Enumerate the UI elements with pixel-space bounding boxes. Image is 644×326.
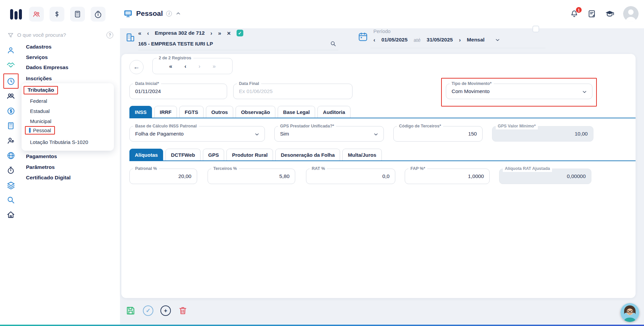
company-next-button[interactable]: ›: [210, 30, 212, 36]
subtab-multa-juros[interactable]: Multa/Juros: [342, 149, 381, 160]
rail-calculations-button[interactable]: [5, 120, 17, 131]
chevron-up-icon[interactable]: [175, 10, 181, 17]
tab-inss[interactable]: INSS: [129, 106, 152, 118]
sidebar-item-inscricoes[interactable]: Inscrições: [26, 75, 52, 83]
period-start-date[interactable]: 01/05/2025: [381, 37, 408, 43]
rail-inscricoes-button[interactable]: [5, 76, 17, 87]
tab-observacao[interactable]: Observação: [236, 106, 275, 118]
subtab-dctfweb[interactable]: DCTFWeb: [165, 149, 200, 160]
search-icon[interactable]: [330, 40, 336, 47]
stopwatch-icon: [6, 166, 15, 175]
rail-home-button[interactable]: [5, 209, 17, 220]
info-icon[interactable]: i: [166, 11, 172, 17]
gps-prestador-select[interactable]: GPS Prestador Unificada?* Sim: [274, 126, 384, 142]
company-last-button[interactable]: »: [218, 30, 221, 36]
logo-bars-icon: [9, 7, 24, 22]
submenu-item-estadual[interactable]: Estadual: [30, 107, 50, 115]
subtab-desoneracao-folha[interactable]: Desoneração da Folha: [275, 149, 340, 160]
pessoal-form-card: ← 2 de 2 Registros « ‹ › » Data Inicial*…: [121, 54, 636, 298]
help-icon[interactable]: ?: [106, 32, 113, 38]
add-record-button[interactable]: +: [160, 305, 171, 316]
terceiros-label: Terceiros %: [211, 166, 239, 172]
taxes-module-button[interactable]: [91, 7, 105, 22]
sidebar-item-dados-empresas[interactable]: Dados Empresas: [26, 63, 68, 71]
finance-module-button[interactable]: [50, 7, 64, 22]
company-name-field[interactable]: 165 - EMPRESA TESTE IURI LP: [138, 39, 338, 50]
period-end-date[interactable]: 31/05/2025: [427, 37, 453, 43]
sidebar-item-parametros[interactable]: Parâmetros: [26, 163, 55, 171]
sidebar-item-certificado-digital[interactable]: Certificado Digital: [26, 174, 71, 182]
rail-people-group-button[interactable]: [5, 90, 17, 102]
notifications-button[interactable]: 1: [570, 9, 579, 18]
confirm-button[interactable]: ✓: [143, 305, 153, 316]
check-circle-icon: ✓: [143, 305, 153, 316]
sidebar-search: ?: [7, 32, 113, 38]
rail-layers-button[interactable]: [5, 179, 17, 191]
subtab-aliquotas[interactable]: Alíquotas: [129, 149, 163, 160]
assistant-avatar[interactable]: [620, 303, 639, 322]
search-input[interactable]: [17, 32, 103, 38]
rail-contacts-button[interactable]: [5, 45, 17, 56]
records-first-button[interactable]: «: [169, 63, 172, 69]
sidebar-item-pagamentos[interactable]: Pagamentos: [26, 152, 57, 160]
magnifier-icon: [6, 196, 15, 204]
topbar: Pessoal i 1: [0, 0, 644, 28]
subtab-gps[interactable]: GPS: [203, 149, 224, 160]
trash-icon: [178, 306, 188, 316]
tab-irrf[interactable]: IRRF: [154, 106, 177, 118]
rail-web-button[interactable]: [5, 150, 17, 161]
tab-auditoria[interactable]: Auditoria: [317, 106, 350, 118]
period-checkbox-unchecked[interactable]: [532, 26, 539, 32]
company-clear-button[interactable]: ×: [227, 30, 231, 36]
layers-icon: [6, 181, 16, 190]
base-calculo-select[interactable]: Base de Cálculo INSS Patronal Folha de P…: [129, 126, 265, 142]
rail-payments-button[interactable]: [5, 105, 17, 117]
data-final-label: Data Final: [237, 81, 261, 87]
academy-button[interactable]: [605, 9, 614, 19]
period-next-button[interactable]: ›: [459, 37, 461, 43]
globe-icon: [6, 151, 16, 160]
rail-services-button[interactable]: [5, 59, 17, 71]
submenu-item-federal[interactable]: Federal: [30, 97, 47, 105]
delete-button[interactable]: [178, 306, 188, 316]
base-calculo-label: Base de Cálculo INSS Patronal: [133, 123, 199, 129]
default-avatar-icon: [623, 6, 639, 22]
handshake-icon: [6, 61, 15, 69]
submenu-item-lotacao-tributaria[interactable]: Lotação Tributária S-1020: [30, 138, 88, 146]
tab-fgts[interactable]: FGTS: [179, 106, 204, 118]
calculator-module-button[interactable]: [70, 7, 85, 22]
company-first-button[interactable]: «: [138, 30, 141, 36]
sidebar-item-cadastros[interactable]: Cadastros: [26, 43, 52, 51]
feedback-button[interactable]: [587, 9, 596, 18]
topbar-right: 1: [570, 6, 639, 22]
save-floppy-icon: [125, 305, 136, 316]
records-prev-button[interactable]: ‹: [184, 63, 186, 69]
company-nav-label: Empresa 302 de 712: [155, 30, 205, 36]
back-button[interactable]: ←: [129, 60, 144, 74]
form-pencil-icon: [587, 9, 596, 18]
user-avatar[interactable]: [623, 6, 639, 22]
subtab-produtor-rural[interactable]: Produtor Rural: [226, 149, 273, 160]
rail-timer-button[interactable]: [5, 165, 17, 176]
codigo-terceiros-label: Código de Terceiros*: [397, 123, 443, 129]
save-button[interactable]: [125, 305, 136, 316]
tab-base-legal[interactable]: Base Legal: [278, 106, 315, 118]
records-navigator: 2 de 2 Registros « ‹ › »: [152, 58, 233, 74]
period-prev-button[interactable]: ‹: [373, 37, 375, 43]
filter-funnel-icon[interactable]: [7, 32, 14, 38]
rail-search-button[interactable]: [5, 194, 17, 206]
data-inicial-field: Data Inicial*: [129, 84, 227, 99]
company-selector: « ‹ Empresa 302 de 712 › » × ✓ 165 - EMP…: [125, 30, 348, 52]
period-mode-select[interactable]: Mensal: [467, 37, 500, 43]
people-module-button[interactable]: [29, 7, 44, 22]
company-checkbox-checked[interactable]: ✓: [237, 30, 243, 36]
tab-outros[interactable]: Outros: [206, 106, 233, 118]
company-prev-button[interactable]: ‹: [147, 30, 149, 36]
rail-employee-button[interactable]: [5, 135, 17, 146]
sidebar-item-servicos[interactable]: Serviços: [26, 53, 48, 61]
submenu-item-pessoal[interactable]: Pessoal: [25, 126, 55, 135]
clock-icon: [6, 77, 16, 86]
submenu-item-municipal[interactable]: Municipal: [30, 117, 51, 125]
submenu-title-tributacao[interactable]: Tributação: [24, 86, 58, 94]
tipo-movimento-select[interactable]: Tipo de Movimento* Com Movimento: [446, 84, 592, 99]
